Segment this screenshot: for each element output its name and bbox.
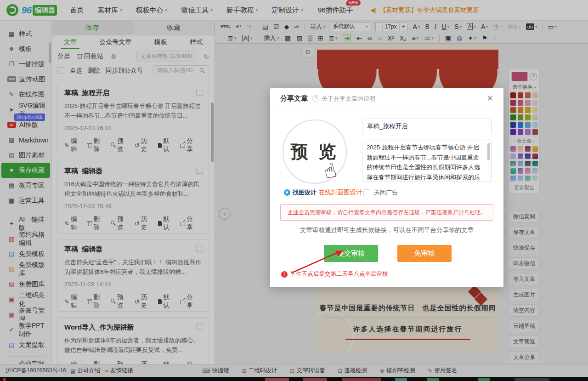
article-title-input[interactable]: 草稿_旅程开启: [362, 119, 492, 134]
skip-review-button[interactable]: 免审核: [397, 245, 452, 262]
enterprise-member-link[interactable]: 企业会员: [288, 209, 310, 216]
modal-title: 分享文章: [280, 94, 308, 103]
share-article-modal: 分享文章 ? 关于分享文章的说明 ✕ 预 览 ☝ 找图设计 在线封面图设计 关闭…: [270, 88, 503, 287]
member-warning: 企业会员 无需审核，请自行查看文章内容是否存在违规，严重违规账户封号处理。: [280, 204, 493, 221]
close-ad-label: 关闭广告: [374, 188, 398, 197]
article-summary-textarea[interactable]: 2025·旅程开启春节去哪玩春节畅心游 开启新旅程过不一样的春节...春节是中国…: [362, 141, 492, 182]
help-icon[interactable]: ?: [312, 95, 319, 102]
zhaotu-logo-text: 找图设计: [293, 188, 317, 197]
info-icon: !: [281, 271, 288, 278]
online-cover-design-link[interactable]: 在线封面图设计: [319, 188, 362, 197]
review-time-note: ! 下午五点后提交第二天早八点半后审核: [281, 270, 388, 278]
submit-review-button[interactable]: 提交审核: [324, 245, 378, 262]
share-info-text: 文章审核通过即可生成长效链接，可以在不同平台分享你的文章: [270, 226, 503, 234]
help-text[interactable]: 关于分享文章的说明: [322, 95, 375, 103]
close-ad-checkbox[interactable]: [363, 189, 370, 196]
cover-preview[interactable]: 预 览 ☝: [283, 119, 347, 184]
close-icon[interactable]: ✕: [487, 94, 493, 103]
textarea-scrollbar[interactable]: [487, 143, 490, 160]
zhaotu-logo-icon: [284, 189, 290, 196]
